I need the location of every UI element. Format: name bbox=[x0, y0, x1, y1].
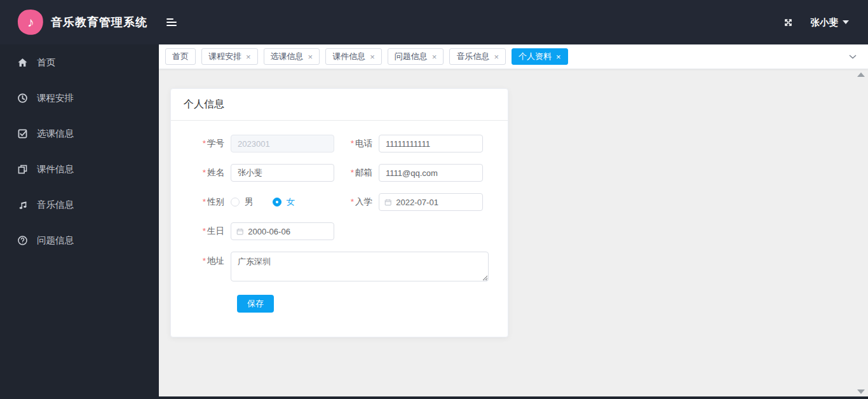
form-row: *生日 bbox=[191, 222, 495, 240]
caret-down-icon bbox=[843, 20, 849, 24]
close-icon[interactable]: × bbox=[432, 53, 437, 61]
sidebar-item-music[interactable]: 音乐信息 bbox=[0, 187, 159, 222]
radio-circle-icon bbox=[231, 198, 240, 206]
header-right: 张小斐 bbox=[783, 17, 868, 29]
clock-icon bbox=[17, 92, 28, 104]
sidebar-item-courseware[interactable]: 课件信息 bbox=[0, 151, 159, 187]
enroll-label: *入学 bbox=[347, 196, 379, 208]
tab-bar: 首页 课程安排 × 选课信息 × 课件信息 × 问题信息 × 音乐信息 × 个人… bbox=[159, 44, 868, 69]
sidebar-item-label: 首页 bbox=[37, 57, 55, 69]
form-actions: 保存 bbox=[191, 295, 495, 313]
calendar-icon bbox=[384, 198, 391, 206]
profile-form: *学号 *电话 *姓名 *邮箱 *性别 bbox=[171, 121, 508, 313]
radio-circle-icon bbox=[273, 198, 281, 206]
tab-music[interactable]: 音乐信息 × bbox=[449, 48, 506, 65]
question-circle-icon bbox=[17, 234, 28, 246]
gender-radio-female[interactable]: 女 bbox=[273, 196, 295, 208]
sidebar-item-label: 课件信息 bbox=[37, 163, 74, 175]
save-button[interactable]: 保存 bbox=[237, 295, 274, 313]
phone-field[interactable] bbox=[379, 135, 483, 152]
sidebar-item-label: 问题信息 bbox=[37, 234, 74, 247]
tab-course-select[interactable]: 选课信息 × bbox=[264, 48, 320, 65]
email-field[interactable] bbox=[379, 164, 483, 182]
sidebar-item-questions[interactable]: 问题信息 bbox=[0, 222, 159, 258]
close-icon[interactable]: × bbox=[308, 53, 313, 61]
calendar-icon bbox=[236, 227, 243, 236]
tab-menu-button[interactable] bbox=[844, 51, 862, 63]
address-field[interactable]: 广东深圳 bbox=[231, 252, 489, 281]
name-label: *姓名 bbox=[191, 167, 231, 179]
tab-label: 课程安排 bbox=[208, 51, 241, 62]
copy-icon bbox=[17, 163, 28, 175]
tab-label: 首页 bbox=[172, 51, 189, 62]
birthday-label: *生日 bbox=[191, 226, 231, 237]
brand: ♪ 音乐教育管理系统 bbox=[0, 10, 159, 35]
tab-label: 选课信息 bbox=[271, 51, 304, 62]
gender-radio-group: 男 女 bbox=[231, 196, 334, 208]
tab-home[interactable]: 首页 bbox=[165, 48, 196, 65]
tab-courseware[interactable]: 课件信息 × bbox=[325, 48, 382, 65]
tab-label: 课件信息 bbox=[332, 51, 365, 62]
address-wrap: 广东深圳 bbox=[231, 252, 489, 283]
phone-label: *电话 bbox=[347, 138, 379, 149]
sidebar-item-label: 音乐信息 bbox=[37, 199, 74, 211]
scroll-up-arrow[interactable] bbox=[857, 72, 865, 77]
tab-label: 个人资料 bbox=[519, 51, 552, 62]
tab-label: 问题信息 bbox=[395, 51, 428, 62]
tab-course-schedule[interactable]: 课程安排 × bbox=[201, 48, 258, 65]
birthday-date-field[interactable] bbox=[248, 227, 329, 236]
main-panel: 个人信息 *学号 *电话 *姓名 *邮箱 *性别 bbox=[159, 69, 868, 396]
close-icon[interactable]: × bbox=[556, 53, 561, 61]
form-row: *学号 *电话 bbox=[191, 135, 495, 152]
fullscreen-icon[interactable] bbox=[783, 18, 793, 27]
sidebar-item-course-select[interactable]: 选课信息 bbox=[0, 116, 159, 151]
close-icon[interactable]: × bbox=[370, 53, 375, 61]
tab-profile[interactable]: 个人资料 × bbox=[512, 48, 568, 65]
content-area: 首页 课程安排 × 选课信息 × 课件信息 × 问题信息 × 音乐信息 × 个人… bbox=[159, 44, 868, 396]
card-title: 个人信息 bbox=[171, 89, 508, 121]
address-label: *地址 bbox=[191, 252, 231, 267]
app-header: ♪ 音乐教育管理系统 张小斐 bbox=[0, 0, 868, 44]
enroll-date-picker[interactable] bbox=[379, 193, 483, 211]
sidebar-item-home[interactable]: 首页 bbox=[0, 44, 159, 80]
home-icon bbox=[17, 57, 28, 68]
sidebar-item-label: 选课信息 bbox=[37, 128, 74, 140]
form-row: *姓名 *邮箱 bbox=[191, 164, 495, 182]
sidebar-item-label: 课程安排 bbox=[37, 92, 74, 104]
app-title: 音乐教育管理系统 bbox=[51, 15, 147, 30]
student-id-label: *学号 bbox=[191, 138, 231, 149]
student-id-field[interactable] bbox=[231, 135, 334, 152]
form-row: *地址 广东深圳 bbox=[191, 252, 495, 283]
radio-label: 女 bbox=[287, 196, 295, 208]
email-label: *邮箱 bbox=[347, 167, 379, 179]
sidebar: 首页 课程安排 选课信息 课件信息 音乐信息 问题信息 bbox=[0, 44, 159, 399]
tab-label: 音乐信息 bbox=[456, 51, 489, 62]
check-square-icon bbox=[17, 128, 28, 139]
gender-label: *性别 bbox=[191, 196, 231, 208]
gender-radio-male[interactable]: 男 bbox=[231, 196, 254, 208]
sidebar-item-schedule[interactable]: 课程安排 bbox=[0, 80, 159, 116]
profile-card: 个人信息 *学号 *电话 *姓名 *邮箱 *性别 bbox=[170, 88, 508, 337]
birthday-date-picker[interactable] bbox=[231, 222, 334, 240]
close-icon[interactable]: × bbox=[494, 53, 499, 61]
name-field[interactable] bbox=[231, 164, 334, 182]
enroll-date-field[interactable] bbox=[396, 198, 477, 207]
music-note-icon bbox=[17, 199, 28, 210]
close-icon[interactable]: × bbox=[246, 53, 251, 61]
chevron-down-icon bbox=[849, 55, 857, 59]
hamburger-icon[interactable] bbox=[163, 13, 180, 32]
radio-label: 男 bbox=[245, 196, 254, 208]
user-menu[interactable]: 张小斐 bbox=[811, 17, 850, 29]
user-name: 张小斐 bbox=[811, 17, 839, 29]
form-row: *性别 男 女 *入学 bbox=[191, 193, 495, 211]
scroll-down-arrow[interactable] bbox=[857, 389, 865, 394]
tab-questions[interactable]: 问题信息 × bbox=[388, 48, 444, 65]
music-note-logo-icon: ♪ bbox=[16, 8, 44, 36]
